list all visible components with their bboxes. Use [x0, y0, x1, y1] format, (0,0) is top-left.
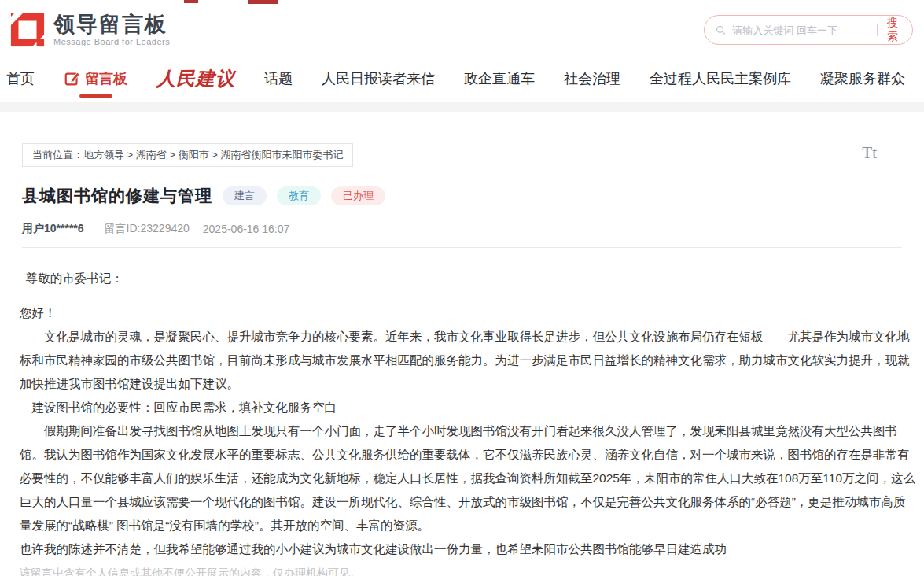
paragraph: 建设图书馆的必要性：回应市民需求，填补文化服务空白	[20, 396, 916, 419]
privacy-note: 该留言中含有个人信息或其他不便公开展示的内容，仅办理机构可见。	[20, 561, 916, 576]
message-id: 留言ID:23229420	[105, 222, 190, 236]
search-button[interactable]: 搜索	[884, 16, 901, 44]
nav-item-serve-masses[interactable]: 凝聚服务群众	[820, 69, 905, 88]
nav-item-peoples-suggestions[interactable]: 人民建议	[156, 66, 235, 91]
top-edge-artifact	[248, 0, 278, 4]
nav-item-home[interactable]: 首页	[6, 69, 35, 88]
nav-item-social-governance[interactable]: 社会治理	[564, 69, 620, 88]
search-input[interactable]	[732, 24, 871, 36]
nav-item-readers-letters[interactable]: 人民日报读者来信	[322, 69, 435, 88]
logo-subtitle: Message Board for Leaders	[53, 37, 170, 46]
search-divider	[877, 24, 878, 36]
nav-item-gov-enterprise[interactable]: 政企直通车	[464, 69, 535, 88]
tag-category: 建言	[223, 186, 267, 205]
nav-item-democracy-cases[interactable]: 全过程人民民主案例库	[650, 69, 791, 88]
paragraph: 文化是城市的灵魂，是凝聚民心、提升城市竞争力的核心要素。近年来，我市文化事业取得…	[20, 325, 916, 396]
site-logo[interactable]: 领导留言板 Message Board for Leaders	[9, 12, 170, 48]
paragraph: 也许我的陈述并不清楚，但我希望能够通过我的小小建议为城市文化建设做出一份力量，也…	[20, 537, 916, 561]
breadcrumb[interactable]: 当前位置：地方领导 > 湖南省 > 衡阳市 > 湖南省衡阳市耒阳市委书记	[22, 143, 353, 167]
font-size-icon[interactable]: Tt	[862, 143, 877, 163]
salutation: 尊敬的市委书记：	[20, 267, 916, 290]
top-edge-artifact	[184, 0, 198, 3]
message-body: 尊敬的市委书记： 您好！ 文化是城市的灵魂，是凝聚民心、提升城市竞争力的核心要素…	[20, 267, 916, 576]
edit-pencil-icon	[64, 70, 81, 87]
nav-item-message-board[interactable]: 留言板	[64, 69, 127, 88]
greeting: 您好！	[20, 301, 916, 325]
logo-mark-icon	[9, 12, 46, 48]
active-underline	[79, 94, 112, 98]
logo-text: 领导留言板 Message Board for Leaders	[53, 13, 170, 46]
main-nav: 首页 留言板 人民建议 话题 人民日报读者来信 政企直通车 社会治理 全过程人民…	[0, 60, 924, 102]
tag-domain: 教育	[277, 186, 321, 205]
main-content: 当前位置：地方领导 > 湖南省 > 衡阳市 > 湖南省衡阳市耒阳市委书记 Tt …	[0, 112, 924, 576]
divider-band	[0, 102, 924, 112]
username: 用户10*****6	[22, 222, 84, 236]
nav-item-label: 留言板	[85, 69, 127, 88]
paragraph: 假期期间准备出发寻找图书馆从地图上发现只有一个小门面，走了半个小时发现图书馆没有…	[20, 419, 916, 537]
search-box[interactable]: 搜索	[704, 15, 913, 45]
timestamp: 2025-06-16 16:07	[203, 223, 290, 235]
status-badge: 已办理	[331, 186, 385, 205]
divider	[22, 247, 902, 248]
nav-item-topics[interactable]: 话题	[264, 69, 293, 88]
site-header: 领导留言板 Message Board for Leaders 搜索	[0, 0, 924, 60]
logo-title: 领导留言板	[53, 13, 170, 37]
search-icon	[716, 24, 726, 37]
page-title: 县城图书馆的修建与管理	[22, 185, 212, 207]
